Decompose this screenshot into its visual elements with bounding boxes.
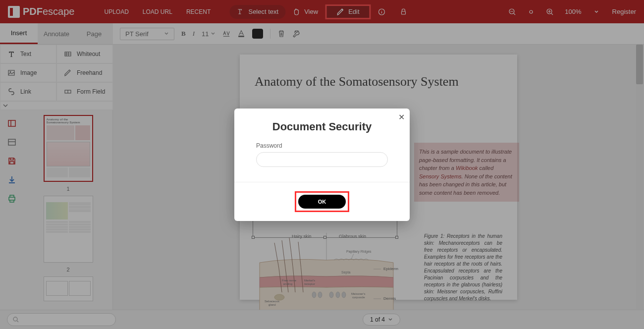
document-security-modal: ✕ Document Security Password OK xyxy=(234,109,410,221)
modal-footer: OK xyxy=(234,182,410,221)
ok-button-highlight: OK xyxy=(295,191,350,212)
modal-overlay[interactable]: ✕ Document Security Password OK xyxy=(0,0,644,329)
modal-close-button[interactable]: ✕ xyxy=(398,112,405,122)
password-input[interactable] xyxy=(256,152,388,167)
ok-button[interactable]: OK xyxy=(298,195,346,209)
modal-body: Password xyxy=(234,142,410,182)
password-label: Password xyxy=(256,142,388,149)
modal-title: Document Security xyxy=(234,109,410,142)
